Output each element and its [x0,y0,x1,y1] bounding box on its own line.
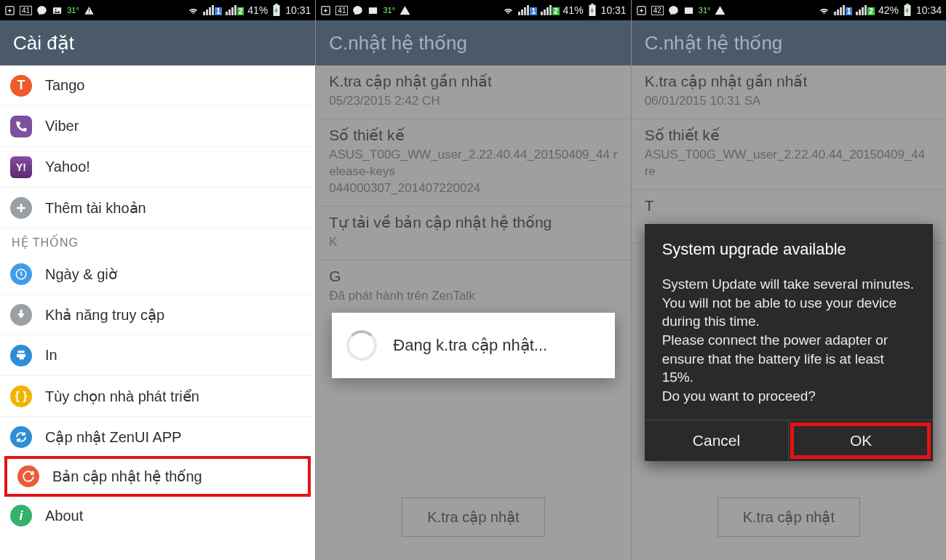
add-box-icon [636,5,647,16]
messenger-icon [668,5,679,16]
wifi-icon [187,5,199,15]
info-icon: i [10,505,32,527]
svg-rect-13 [906,4,909,5]
upgrade-dialog: System upgrade available System Update w… [645,224,933,461]
item-label: Yahoo! [45,159,90,175]
battery-charging-icon [271,4,282,17]
svg-point-2 [55,9,57,10]
clock-icon [10,263,32,285]
status-bar: 42 31° 1 2 42% 10:34 [632,0,946,20]
temp-badge: 31° [383,6,395,15]
spinner-icon [346,330,377,361]
item-label: About [45,508,83,524]
warning-icon [400,5,410,16]
title-text: C.nhật hệ thống [645,32,783,55]
battery-charging-icon [902,4,913,17]
section-header-system: HỆ THỐNG [0,228,315,254]
sysupdate-icon [17,465,39,487]
dev-icon: { } [10,385,32,407]
print-icon [10,345,32,367]
sim1-signal: 1 [834,5,853,15]
ok-button[interactable]: OK [788,420,933,461]
image-icon [367,5,378,16]
item-label: Tango [45,77,85,94]
sim1-signal: 1 [518,5,537,15]
settings-item-viber[interactable]: Viber [0,106,315,147]
status-bar: 41 31° 1 2 41% 10:31 [316,0,630,20]
settings-item-print[interactable]: In [0,335,315,376]
image-icon [683,5,694,16]
wifi-icon [818,5,830,15]
cancel-button[interactable]: Cancel [645,420,789,461]
item-label: Bản cập nhật hệ thống [52,468,202,485]
item-label: Tùy chọn nhà phát triển [45,388,199,405]
item-label: Ngày & giờ [45,265,117,283]
viber-icon [10,116,32,137]
clock-text: 10:31 [285,4,311,16]
titlebar: Cài đặt [0,20,315,65]
svg-rect-4 [275,4,278,5]
tango-icon: T [10,75,32,97]
titlebar: C.nhật hệ thống [632,20,946,65]
image-icon [52,5,63,16]
sim2-signal: 2 [541,5,560,15]
panel-system-update-dialog: 42 31° 1 2 42% 10:34 C.nhật hệ thống K.t… [631,0,946,560]
settings-item-accessibility[interactable]: Khả năng truy cập [0,295,315,335]
sim2-signal: 2 [856,5,875,15]
item-label: In [45,347,57,364]
dialog-body: System Update will take several minutes.… [662,275,915,405]
settings-item-yahoo[interactable]: Y! Yahoo! [0,147,315,188]
warning-icon [84,5,95,16]
temp-badge: 31° [699,6,711,15]
svg-rect-9 [591,4,594,5]
status-bar: 41 31° 1 2 41% 10:31 [0,0,315,20]
sim2-signal: 2 [226,5,245,15]
add-icon [10,197,32,219]
add-box-icon [320,5,331,16]
svg-rect-11 [685,7,693,14]
settings-item-datetime[interactable]: Ngày & giờ [0,254,315,295]
messenger-icon [352,5,363,16]
battery-charging-icon [587,4,597,17]
clock-text: 10:34 [916,4,942,16]
sim1-signal: 1 [203,5,222,15]
temp-badge: 31° [67,6,79,15]
battery-percent: 42% [878,4,899,16]
messenger-icon [36,5,47,16]
progress-text: Đang k.tra cập nhật... [393,336,547,355]
settings-list[interactable]: T Tango Viber Y! Yahoo! Thêm tài khoản H… [0,65,315,536]
settings-item-tango[interactable]: T Tango [0,65,315,106]
titlebar: C.nhật hệ thống [316,20,630,65]
warning-icon [715,5,726,16]
dialog-title: System upgrade available [662,240,915,259]
wifi-icon [502,5,514,15]
clock-text: 10:31 [601,4,627,16]
panel-settings: 41 31° 1 2 41% 10:31 Cài đặt T Tango Vib… [0,0,315,560]
settings-item-system-update[interactable]: Bản cập nhật hệ thống [4,456,311,497]
settings-item-about[interactable]: i About [0,495,315,536]
title-text: Cài đặt [13,32,74,55]
settings-item-zenui-update[interactable]: Cập nhật ZenUI APP [0,417,315,457]
refresh-icon [10,426,32,448]
item-label: Cập nhật ZenUI APP [45,428,181,446]
yahoo-icon: Y! [10,156,32,178]
item-label: Thêm tài khoản [45,199,146,217]
settings-item-add-account[interactable]: Thêm tài khoản [0,188,315,228]
battery-percent: 41% [563,4,584,16]
progress-dialog: Đang k.tra cập nhật... [332,313,614,378]
battery-percent: 41% [247,4,268,16]
settings-item-developer[interactable]: { } Tùy chọn nhà phát triển [0,376,315,417]
battery-badge-icon: 42 [651,6,664,15]
hand-icon [10,304,32,326]
item-label: Viber [45,118,79,135]
panel-system-update-checking: 41 31° 1 2 41% 10:31 C.nhật hệ thống K.t… [315,0,630,560]
battery-badge-icon: 41 [20,6,32,15]
title-text: C.nhật hệ thống [329,32,467,55]
battery-badge-icon: 41 [335,6,348,15]
item-label: Khả năng truy cập [45,306,164,324]
svg-rect-7 [369,7,377,14]
add-box-icon [4,5,15,16]
